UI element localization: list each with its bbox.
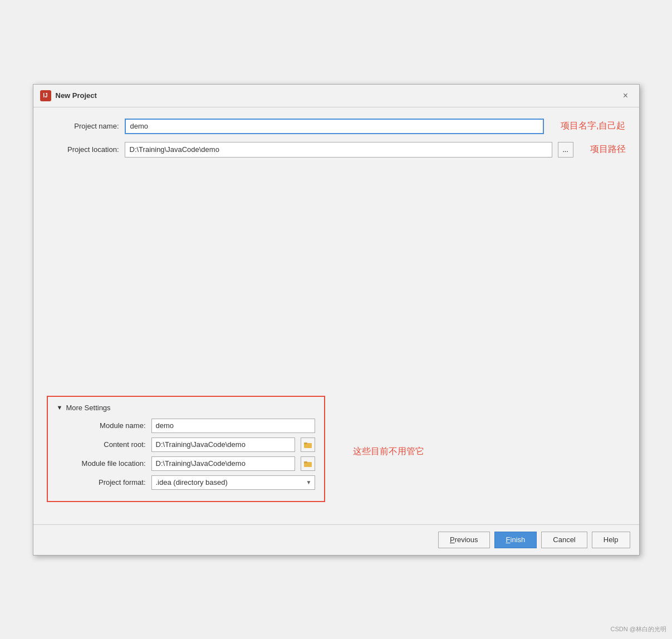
previous-underline-char: P (450, 535, 455, 544)
title-bar-left: IJ New Project (40, 90, 97, 101)
dialog-content: Project name: 项目名字,自己起 Project location:… (33, 107, 639, 524)
project-location-label: Project location: (47, 145, 119, 154)
module-file-location-browse-button[interactable] (301, 456, 315, 471)
dialog-title: New Project (56, 91, 97, 100)
more-settings-header[interactable]: ▼ More Settings (57, 404, 315, 412)
finish-underline-char: F (506, 535, 511, 544)
finish-button[interactable]: Finish (494, 532, 537, 548)
project-location-input[interactable] (125, 142, 552, 158)
content-root-input[interactable] (151, 438, 295, 452)
module-file-location-label: Module file location: (57, 459, 146, 468)
title-bar: IJ New Project × (33, 85, 639, 107)
project-location-browse-button[interactable]: ... (558, 142, 573, 158)
new-project-dialog: IJ New Project × Project name: 项目名字,自己起 … (33, 84, 640, 556)
project-format-row: Project format: .idea (directory based) … (57, 475, 315, 490)
cancel-button[interactable]: Cancel (541, 532, 587, 548)
project-location-annotation: 项目路径 (590, 144, 626, 155)
watermark: CSDN @林白的光明 (611, 625, 666, 633)
spacer-area (47, 165, 626, 388)
bottom-area: ▼ More Settings Module name: Content roo (47, 396, 626, 513)
project-name-input[interactable] (125, 119, 545, 134)
project-format-label: Project format: (57, 478, 146, 486)
project-format-select[interactable]: .idea (directory based) .ipr (file based… (151, 475, 315, 490)
help-label: Help (604, 535, 619, 544)
more-settings-title: More Settings (66, 404, 110, 412)
project-name-annotation: 项目名字,自己起 (561, 120, 625, 132)
dialog-wrapper: IJ New Project × Project name: 项目名字,自己起 … (0, 0, 672, 639)
collapse-arrow-icon: ▼ (57, 404, 63, 411)
svg-rect-1 (304, 443, 307, 444)
project-name-row: Project name: 项目名字,自己起 (47, 119, 626, 134)
previous-button[interactable]: Previous (438, 532, 490, 548)
project-name-label: Project name: (47, 122, 119, 130)
content-root-label: Content root: (57, 440, 146, 449)
app-icon: IJ (40, 90, 51, 101)
more-settings-section: ▼ More Settings Module name: Content roo (47, 396, 325, 502)
project-location-row: Project location: ... 项目路径 (47, 142, 626, 158)
button-bar: Previous Finish Cancel Help (33, 524, 639, 555)
module-name-label: Module name: (57, 421, 146, 430)
svg-rect-3 (304, 461, 307, 463)
module-file-location-input[interactable] (151, 456, 295, 471)
folder-icon (304, 441, 312, 448)
module-file-location-row: Module file location: (57, 456, 315, 471)
folder-icon2 (304, 460, 312, 467)
cancel-label: Cancel (553, 535, 575, 544)
more-settings-annotation: 这些目前不用管它 (353, 446, 424, 458)
module-name-row: Module name: (57, 419, 315, 433)
help-button[interactable]: Help (592, 532, 630, 548)
module-name-input[interactable] (151, 419, 315, 433)
project-format-select-wrapper: .idea (directory based) .ipr (file based… (151, 475, 315, 490)
close-button[interactable]: × (619, 89, 632, 102)
content-root-row: Content root: (57, 438, 315, 452)
content-root-browse-button[interactable] (301, 438, 315, 452)
